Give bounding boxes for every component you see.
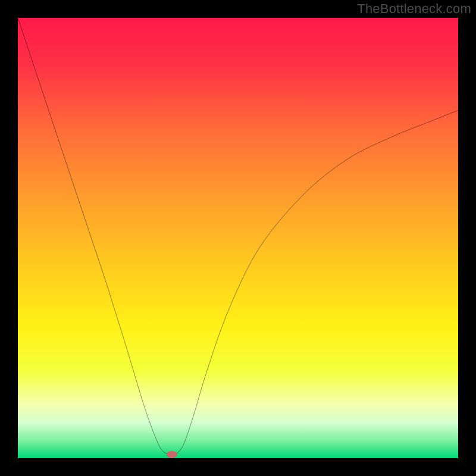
watermark-text: TheBottleneck.com (357, 1, 471, 17)
bottleneck-curve (18, 18, 458, 458)
plot-area (18, 18, 458, 458)
optimal-point-marker (167, 451, 177, 458)
chart-frame: TheBottleneck.com (0, 0, 476, 476)
